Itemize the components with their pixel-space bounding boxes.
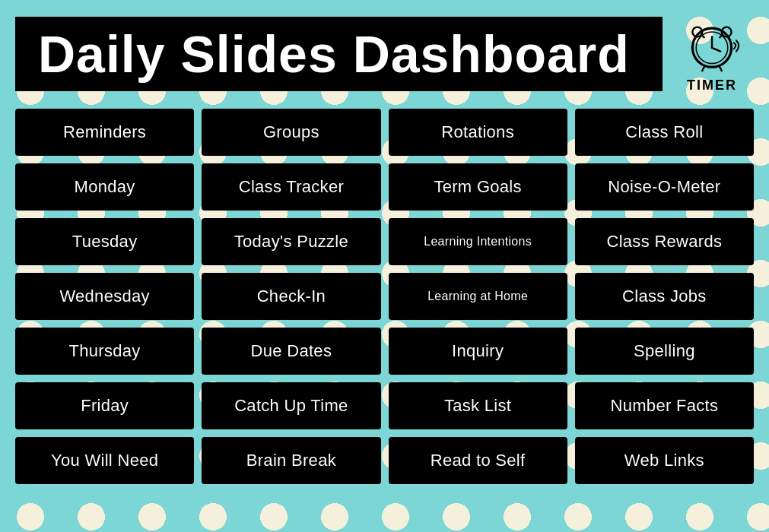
grid-button-3-6[interactable]: Web Links (575, 437, 754, 484)
grid-button-2-1[interactable]: Term Goals (389, 163, 567, 211)
grid-button-2-6[interactable]: Read to Self (389, 437, 567, 484)
button-grid: RemindersGroupsRotationsClass RollMonday… (0, 101, 769, 492)
svg-line-7 (720, 34, 723, 38)
title-bar: Daily Slides Dashboard (15, 17, 663, 91)
svg-line-8 (702, 66, 704, 71)
grid-button-1-2[interactable]: Today's Puzzle (202, 218, 380, 265)
grid-button-0-0[interactable]: Reminders (15, 109, 194, 156)
timer-label[interactable]: TIMER (687, 78, 737, 93)
page-title: Daily Slides Dashboard (38, 24, 640, 84)
grid-button-0-2[interactable]: Tuesday (15, 218, 194, 265)
grid-button-0-1[interactable]: Monday (15, 163, 194, 211)
grid-button-0-5[interactable]: Friday (15, 382, 194, 429)
grid-button-1-5[interactable]: Catch Up Time (202, 382, 380, 429)
grid-button-2-4[interactable]: Inquiry (389, 328, 567, 375)
grid-button-3-5[interactable]: Number Facts (575, 382, 754, 429)
grid-button-3-3[interactable]: Class Jobs (575, 273, 754, 320)
grid-button-1-1[interactable]: Class Tracker (202, 163, 380, 211)
grid-button-3-2[interactable]: Class Rewards (575, 218, 754, 265)
grid-button-3-4[interactable]: Spelling (575, 328, 754, 375)
grid-button-0-6[interactable]: You Will Need (15, 437, 194, 484)
timer-icon[interactable] (682, 14, 742, 74)
grid-button-1-3[interactable]: Check-In (202, 273, 380, 320)
grid-button-3-0[interactable]: Class Roll (575, 109, 754, 156)
grid-button-2-2[interactable]: Learning Intentions (389, 218, 567, 265)
grid-button-1-0[interactable]: Groups (202, 109, 380, 156)
grid-button-1-4[interactable]: Due Dates (202, 328, 380, 375)
grid-button-0-4[interactable]: Thursday (15, 328, 194, 375)
svg-line-9 (720, 66, 722, 71)
svg-line-3 (712, 48, 720, 52)
grid-button-1-6[interactable]: Brain Break (202, 437, 380, 484)
timer-section[interactable]: TIMER (670, 14, 754, 93)
grid-button-2-5[interactable]: Task List (389, 382, 567, 429)
grid-button-2-3[interactable]: Learning at Home (389, 273, 567, 320)
grid-button-0-3[interactable]: Wednesday (15, 273, 194, 320)
header: Daily Slides Dashboard TIMER (0, 0, 769, 101)
grid-button-2-0[interactable]: Rotations (389, 109, 567, 156)
svg-line-6 (701, 34, 705, 38)
grid-button-3-1[interactable]: Noise-O-Meter (575, 163, 754, 211)
